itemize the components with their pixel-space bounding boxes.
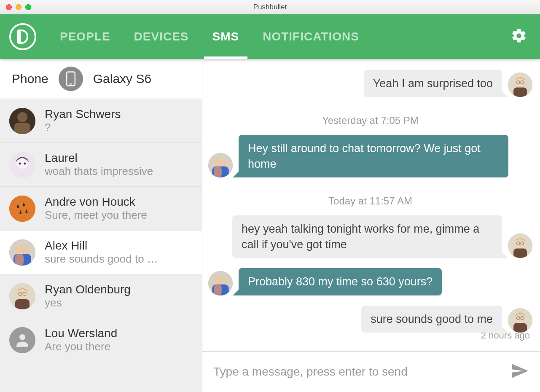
svg-point-8 [24,162,26,164]
conversation-item[interactable]: Lou Wersland Are you there [0,318,202,362]
avatar [9,152,35,178]
titlebar: Pushbullet [0,0,540,14]
send-icon [510,362,529,380]
message-row-outgoing: Yeah I am surprised too [208,70,532,97]
time-divider: Yesterday at 7:05 PM [208,115,532,126]
svg-rect-25 [513,88,527,97]
avatar [9,108,35,134]
conversation-preview: Sure, meet you there [45,209,147,222]
svg-point-12 [22,247,30,254]
avatar [508,72,532,97]
avatar [208,153,233,177]
conversation-item[interactable]: Ryan Oldenburg yes [0,274,202,318]
maximize-window-button[interactable] [25,4,31,10]
phone-selector[interactable]: Phone Galaxy S6 [0,59,202,99]
time-divider: Today at 11:57 AM [208,195,532,207]
conversation-name: Ryan Schwers [45,107,121,121]
conversation-preview: woah thats impressive [45,165,153,178]
avatar [9,327,35,353]
close-window-button[interactable] [6,4,12,10]
message-row-incoming: Hey still around to chat tomorrow? We ju… [208,135,532,177]
message-bubble: Yeah I am surprised too [364,70,502,97]
message-bubble: hey yeah talking tonight works for me, g… [232,215,502,258]
svg-point-11 [15,244,24,253]
svg-point-37 [214,276,222,284]
message-bubble: Probably 830 my time so 630 yours? [239,268,442,295]
svg-point-7 [19,162,21,164]
person-icon [13,331,31,349]
svg-rect-9 [9,196,35,222]
conversation-item[interactable]: Laurel woah thats impressive [0,143,202,187]
message-list[interactable]: Yeah I am surprised too Yesterday at 7:0… [202,59,540,351]
chat-pane: Yeah I am surprised too Yesterday at 7:0… [202,59,540,392]
avatar [9,196,35,222]
conversation-name: Andre von Houck [45,195,147,209]
avatar [9,283,35,309]
conversation-list[interactable]: Ryan Schwers ? Laurel woah thats impress… [0,99,202,392]
main-content: Phone Galaxy S6 Ryan Schwers ? [0,59,540,392]
svg-point-20 [19,334,25,340]
send-button[interactable] [510,362,529,382]
tab-sms[interactable]: SMS [212,14,239,59]
conversation-name: Lou Wersland [45,327,117,340]
nav-tabs: PEOPLE DEVICES SMS NOTIFICATIONS [60,14,359,59]
conversation-item[interactable]: Alex Hill sure sounds good to … [0,231,202,274]
phone-icon [66,71,76,86]
message-row-outgoing: hey yeah talking tonight works for me, g… [208,215,532,258]
minimize-window-button[interactable] [16,4,21,10]
tab-people[interactable]: PEOPLE [60,14,110,59]
message-row-outgoing: sure sounds good to me [208,306,532,333]
gear-icon [510,27,527,44]
tab-notifications[interactable]: NOTIFICATIONS [263,14,359,59]
compose-bar [202,351,540,392]
message-bubble: sure sounds good to me [361,306,502,333]
window-title: Pushbullet [0,3,540,11]
conversation-preview: sure sounds good to … [45,252,158,266]
svg-point-38 [220,278,228,285]
avatar [9,239,35,266]
svg-rect-35 [513,249,527,258]
phone-label: Phone [12,72,48,86]
conversation-sidebar: Phone Galaxy S6 Ryan Schwers ? [0,59,202,392]
message-row-incoming: Probably 830 my time so 630 yours? [208,268,532,295]
avatar [508,308,532,333]
svg-point-3 [17,112,27,122]
svg-rect-30 [214,166,222,177]
conversation-preview: yes [45,296,131,309]
svg-rect-19 [15,299,30,309]
message-bubble: Hey still around to chat tomorrow? We ju… [239,135,508,177]
conversation-name: Ryan Oldenburg [45,283,131,296]
tab-devices[interactable]: DEVICES [134,14,189,59]
app-logo[interactable] [9,23,36,50]
svg-rect-40 [214,284,222,295]
conversation-item[interactable]: Ryan Schwers ? [0,99,202,143]
avatar [208,271,233,295]
device-icon-chip [59,67,83,91]
window-controls [0,4,31,10]
message-input[interactable] [213,365,503,379]
device-name: Galaxy S6 [93,72,151,86]
conversation-name: Laurel [45,151,153,165]
conversation-item[interactable]: Andre von Houck Sure, meet you there [0,187,202,231]
settings-button[interactable] [510,27,527,46]
conversation-name: Alex Hill [45,239,158,252]
conversation-preview: ? [45,121,121,134]
svg-point-28 [220,160,228,167]
svg-point-27 [214,158,222,166]
svg-rect-4 [14,123,30,134]
conversation-preview: Are you there [45,340,117,353]
app-header: PEOPLE DEVICES SMS NOTIFICATIONS [0,14,540,59]
svg-rect-14 [15,254,24,266]
avatar [508,234,532,258]
pushbullet-icon [17,30,28,44]
